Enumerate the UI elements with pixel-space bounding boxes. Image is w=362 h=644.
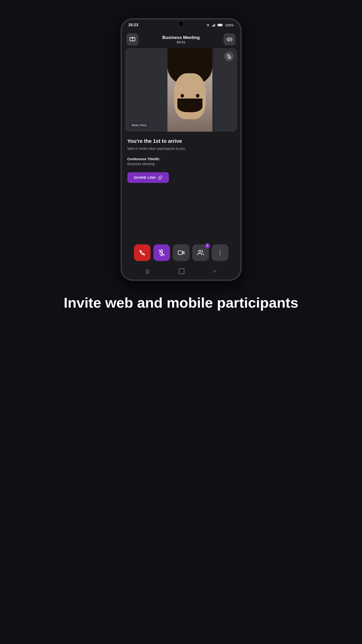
status-time: 18:23	[128, 23, 138, 27]
svg-point-22	[220, 250, 221, 251]
svg-rect-14	[160, 176, 162, 178]
video-button[interactable]	[173, 244, 189, 261]
svg-point-24	[220, 254, 221, 255]
participants-icon	[197, 250, 204, 256]
bottom-text-section: Invite web and mobile participants	[45, 294, 317, 311]
svg-rect-20	[178, 251, 182, 254]
face-eyes	[181, 94, 199, 98]
android-nav: ||| <	[122, 263, 240, 280]
phone-frame: 18:23	[121, 18, 241, 280]
bottom-headline: Invite web and mobile participants	[64, 294, 298, 311]
screenshare-button[interactable]	[126, 34, 138, 46]
conference-id: Business Meeting	[127, 162, 235, 166]
svg-rect-2	[213, 25, 214, 27]
face-skin	[174, 73, 206, 119]
svg-point-0	[208, 26, 208, 27]
screenshare-icon	[129, 36, 135, 42]
eye-right	[196, 94, 199, 98]
signal-icon	[212, 23, 216, 27]
speaker-icon	[227, 36, 233, 42]
end-call-button[interactable]	[134, 244, 151, 261]
back-icon[interactable]: <	[214, 268, 217, 274]
share-link-label: SHARE LINK	[134, 176, 156, 180]
mute-button[interactable]	[153, 244, 170, 261]
conference-label: Conference Title/ID:	[127, 157, 235, 161]
info-section: You're the 1st to arrive Wait or invite …	[122, 132, 240, 188]
share-icon	[158, 176, 162, 180]
speaker-button[interactable]	[224, 34, 236, 46]
video-bg-right	[215, 48, 237, 132]
arrive-title: You're the 1st to arrive	[127, 138, 235, 144]
more-icon	[217, 250, 223, 256]
svg-rect-6	[222, 24, 223, 26]
eye-left	[181, 94, 184, 98]
battery-percentage: 100%	[225, 23, 234, 27]
camera-notch	[179, 22, 183, 26]
svg-marker-19	[182, 251, 184, 254]
page-wrapper: 18:23	[0, 0, 362, 644]
person-face	[167, 48, 212, 132]
meeting-title-block: Business Meeting 04:31	[162, 35, 200, 44]
end-call-icon	[139, 250, 145, 256]
mic-off-icon	[227, 54, 232, 59]
video-bg-left	[125, 48, 172, 132]
status-icons: 100%	[206, 23, 234, 27]
meeting-title: Business Meeting	[162, 35, 200, 40]
header-bar: Business Meeting 04:31	[122, 30, 240, 48]
mic-icon	[158, 250, 165, 256]
svg-rect-1	[212, 25, 213, 26]
svg-point-23	[220, 252, 221, 253]
video-feed	[167, 48, 212, 132]
meeting-timer: 04:31	[162, 40, 200, 44]
participants-button[interactable]: 1	[192, 244, 209, 261]
participant-label: Sean (You)	[129, 122, 149, 128]
participants-badge: 1	[205, 243, 210, 248]
share-link-button[interactable]: SHARE LINK	[127, 172, 169, 183]
svg-rect-7	[218, 24, 222, 26]
video-icon	[178, 250, 184, 256]
svg-rect-4	[215, 24, 216, 26]
recent-apps-icon[interactable]: |||	[145, 268, 149, 274]
face-beard	[177, 98, 202, 112]
battery-icon	[218, 24, 223, 27]
bottom-controls: 1	[122, 244, 240, 261]
arrive-subtitle: Wait or invite other participants to joi…	[127, 146, 235, 150]
more-options-button[interactable]	[212, 244, 228, 261]
home-icon[interactable]	[179, 268, 184, 274]
svg-rect-3	[214, 24, 215, 27]
svg-point-21	[198, 250, 201, 252]
mute-indicator	[224, 52, 234, 61]
video-area: Sean (You)	[125, 48, 237, 132]
wifi-icon	[206, 23, 210, 27]
